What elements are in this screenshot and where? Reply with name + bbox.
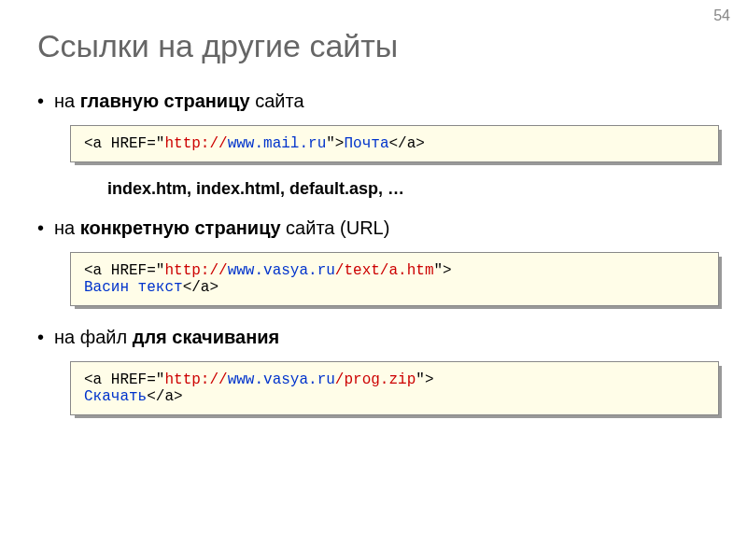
index-note: index.htm, index.html, default.asp, … (107, 179, 719, 199)
code-href: HREF=" (102, 135, 164, 152)
bullet-prefix: на (54, 217, 80, 238)
code-url: www.vasya.ru (228, 262, 335, 279)
code-tag-close: </a> (388, 135, 424, 152)
code-tag-open: <a (84, 262, 102, 279)
code-path: /text/a.htm (335, 262, 434, 279)
code-example-2: <a HREF="http://www.vasya.ru/text/a.htm"… (70, 252, 719, 306)
code-example-3: <a HREF="http://www.vasya.ru/prog.zip">С… (70, 361, 719, 415)
code-close-attr: "> (433, 262, 451, 279)
bullet-suffix: сайта (URL) (281, 217, 390, 238)
bullet-prefix: на файл (54, 327, 133, 347)
code-url: www.vasya.ru (228, 371, 335, 388)
bullet-bold: главную страницу (80, 91, 250, 111)
code-tag-close: </a> (147, 388, 182, 405)
code-protocol: http:// (164, 371, 227, 388)
bullet-prefix: на (54, 91, 80, 111)
code-href: HREF=" (102, 371, 164, 388)
code-url: www.mail.ru (228, 135, 327, 152)
code-protocol: http:// (164, 135, 227, 152)
code-link-text: Васин текст (84, 279, 183, 296)
code-close-attr: "> (416, 371, 433, 388)
bullet-main-page: на главную страницу сайта (37, 91, 719, 112)
page-number: 54 (713, 7, 730, 24)
code-protocol: http:// (164, 262, 227, 279)
slide-title: Ссылки на другие сайты (37, 28, 719, 64)
code-tag-open: <a (84, 371, 102, 388)
code-tag-close: </a> (183, 279, 218, 296)
bullet-suffix: сайта (250, 91, 304, 111)
code-link-text: Почта (344, 135, 388, 152)
bullet-specific-page: на конкретную страницу сайта (URL) (37, 217, 719, 239)
slide-content: Ссылки на другие сайты на главную страни… (0, 0, 747, 451)
bullet-download-file: на файл для скачивания (37, 327, 719, 348)
code-close-attr: "> (326, 135, 344, 152)
code-link-text: Скачать (84, 388, 147, 405)
bullet-bold: конкретную страницу (80, 217, 281, 238)
code-example-1: <a HREF="http://www.mail.ru">Почта</a> (70, 125, 719, 162)
code-path: /prog.zip (335, 371, 416, 388)
bullet-bold: для скачивания (133, 327, 280, 347)
code-href: HREF=" (102, 262, 164, 279)
code-tag-open: <a (84, 135, 102, 152)
